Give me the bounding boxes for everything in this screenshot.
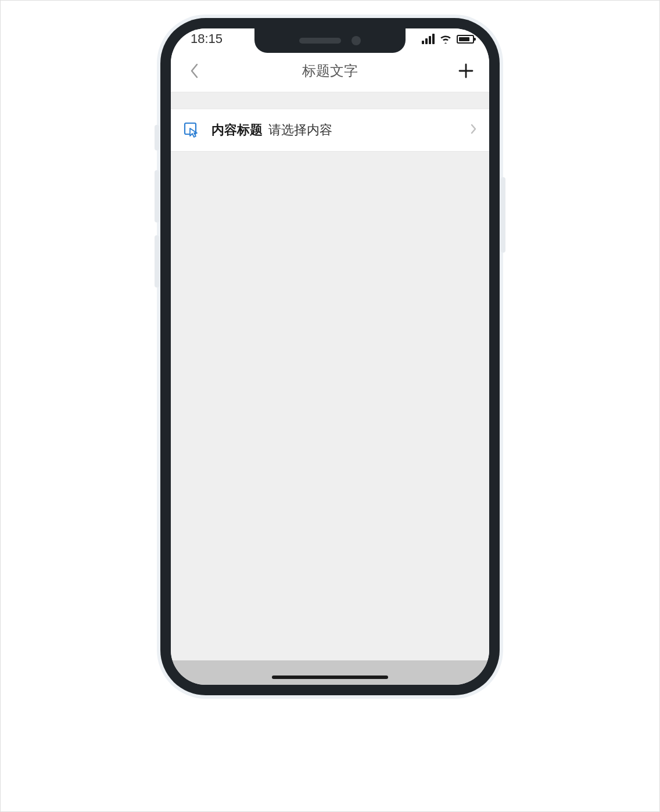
bottom-strip: [171, 660, 489, 685]
phone-side-button: [155, 170, 159, 222]
phone-mockup: 18:15: [157, 15, 503, 699]
row-title: 内容标题: [211, 121, 263, 139]
row-value-placeholder: 请选择内容: [268, 121, 471, 139]
cursor-select-icon: [184, 122, 200, 138]
back-button[interactable]: [182, 59, 206, 82]
chevron-right-icon: [471, 124, 476, 136]
plus-icon: [458, 63, 474, 78]
status-indicators: [422, 34, 474, 44]
phone-screen: 18:15: [171, 28, 489, 685]
cellular-signal-icon: [422, 34, 435, 44]
notch-speaker: [299, 38, 341, 44]
add-button[interactable]: [454, 59, 478, 82]
page-title: 标题文字: [302, 62, 358, 80]
chevron-left-icon: [189, 63, 199, 79]
status-time: 18:15: [191, 31, 223, 46]
content-area: 内容标题 请选择内容: [171, 92, 489, 660]
battery-icon: [457, 35, 474, 44]
navigation-bar: 标题文字: [171, 49, 489, 92]
phone-side-button: [501, 177, 505, 253]
wifi-icon: [439, 34, 452, 44]
content-select-row[interactable]: 内容标题 请选择内容: [171, 109, 489, 152]
notch-camera: [351, 36, 361, 45]
phone-side-button: [155, 125, 159, 150]
home-indicator[interactable]: [272, 676, 388, 679]
phone-frame: 18:15: [160, 18, 500, 695]
phone-notch: [254, 28, 406, 53]
phone-side-button: [155, 235, 159, 288]
